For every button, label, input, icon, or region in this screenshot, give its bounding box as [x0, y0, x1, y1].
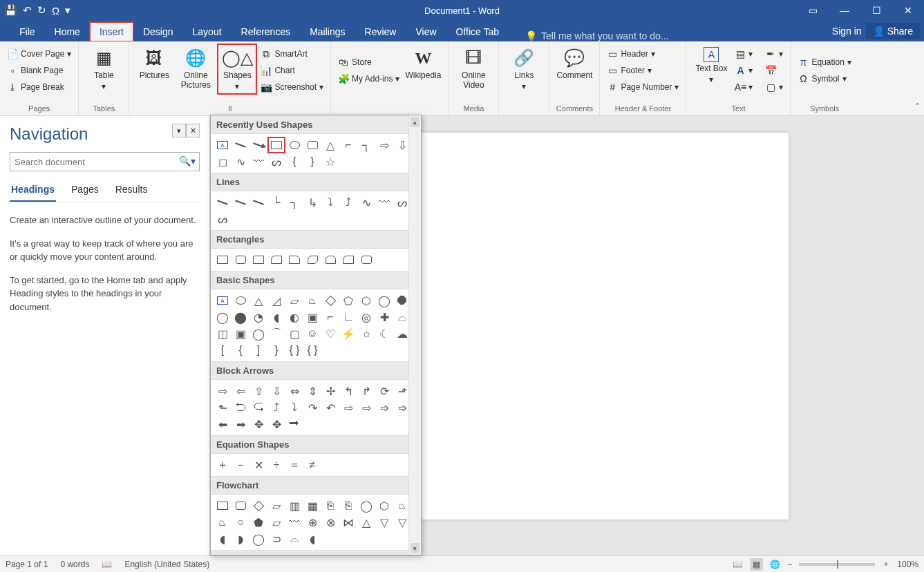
shape-free[interactable]: ᔕ	[214, 211, 231, 227]
nav-dropdown-button[interactable]: ▾	[172, 124, 186, 137]
shape-prep[interactable]: ⬡	[376, 498, 393, 513]
view-print-layout-button[interactable]: ▦	[750, 558, 763, 571]
shape-l[interactable]: ⌐	[340, 137, 357, 153]
tab-review[interactable]: Review	[355, 22, 406, 41]
tab-home[interactable]: Home	[45, 22, 90, 41]
zoom-level[interactable]: 100%	[897, 560, 918, 569]
shape-arrow[interactable]: ⇦	[232, 383, 249, 399]
shape-tape[interactable]: 〰	[286, 515, 303, 530]
shape-arrow[interactable]: ⮕	[286, 417, 303, 432]
shape-donut[interactable]: ◎	[358, 309, 375, 325]
shape-octagon[interactable]: ⯃	[394, 293, 411, 308]
signature-line-button[interactable]: ✒▾	[764, 47, 784, 61]
shape-parallelogram[interactable]: ▱	[286, 293, 303, 308]
shape-rt-triangle[interactable]: ◿	[268, 293, 285, 308]
share-button[interactable]: 👤 Share	[866, 23, 920, 39]
shape-scribble[interactable]: ᔕ	[268, 154, 285, 169]
subtab-headings[interactable]: Headings	[10, 180, 56, 202]
shape-minus[interactable]: －	[232, 457, 249, 473]
shape-arrow[interactable]: ⟳	[376, 383, 393, 399]
shape-elbow[interactable]: ┐	[358, 137, 375, 153]
tab-layout[interactable]: Layout	[183, 22, 232, 41]
shape-arrow[interactable]: ⇨	[358, 400, 375, 415]
restore-button[interactable]: ☐	[860, 0, 892, 21]
tab-insert[interactable]: Insert	[90, 22, 133, 41]
status-page[interactable]: Page 1 of 1	[6, 560, 48, 569]
shape-arrow[interactable]: ↷	[304, 400, 321, 415]
shape-multidoc[interactable]: ⎘	[340, 498, 357, 513]
scroll-up-button[interactable]: ▴	[411, 117, 419, 127]
shape-elbow[interactable]: ┐	[286, 195, 303, 210]
shape-rounded-rect[interactable]	[304, 137, 321, 153]
nav-close-button[interactable]: ✕	[186, 124, 200, 137]
shape-rect[interactable]	[304, 252, 321, 267]
shape-triangle[interactable]: △	[322, 137, 339, 153]
shape-arrow[interactable]: ⮌	[232, 400, 249, 415]
tab-design[interactable]: Design	[133, 22, 183, 41]
shape-arrow[interactable]: ↶	[322, 400, 339, 415]
shape-arrow[interactable]: ↱	[358, 383, 375, 399]
view-read-mode-button[interactable]: 📖	[733, 560, 743, 569]
shape-heptagon[interactable]: ◯	[376, 293, 393, 308]
shape-arc[interactable]: ⌒	[268, 326, 285, 341]
shape-or[interactable]: ⊗	[322, 515, 339, 530]
shape-bevel[interactable]: ▣	[232, 326, 249, 341]
shape-dodecagon[interactable]: ⬤	[232, 309, 249, 325]
shape-display[interactable]: ◖	[304, 531, 321, 546]
shape-bracket-r[interactable]: ]	[250, 343, 267, 358]
shape-arrow[interactable]: ⮎	[250, 400, 267, 415]
table-button[interactable]: ▦Table▾	[84, 44, 123, 94]
zoom-slider[interactable]	[799, 563, 875, 566]
scroll-down-button[interactable]: ▾	[411, 543, 419, 553]
shape-predef[interactable]: ▥	[286, 498, 303, 513]
zoom-in-button[interactable]: ＋	[882, 558, 890, 570]
shape-diamond[interactable]	[322, 293, 339, 308]
tab-mailings[interactable]: Mailings	[300, 22, 355, 41]
links-button[interactable]: 🔗Links▾	[505, 44, 543, 94]
shape-sum[interactable]: ⊕	[304, 515, 321, 530]
subtab-results[interactable]: Results	[114, 180, 149, 202]
shape-arrow[interactable]: ➩	[376, 400, 393, 415]
shape-arrow[interactable]: ⇨	[214, 383, 231, 399]
comment-button[interactable]: 💬Comment	[555, 44, 594, 83]
shape-rect[interactable]	[214, 252, 231, 267]
shape-ellipse[interactable]	[232, 293, 249, 308]
shape-arrow[interactable]: ⬑	[214, 400, 231, 415]
shape-chord[interactable]: ◖	[268, 309, 285, 325]
shape-can[interactable]: ⌓	[394, 309, 411, 325]
pictures-button[interactable]: 🖼Pictures	[135, 44, 173, 83]
shape-collate[interactable]: ⋈	[340, 515, 357, 530]
close-button[interactable]: ✕	[892, 0, 924, 21]
shape-ellipse[interactable]	[286, 137, 303, 153]
shape-cloud[interactable]: ☁	[394, 326, 411, 341]
shape-brace-l[interactable]: {	[286, 154, 303, 169]
shape-rectangle[interactable]	[268, 137, 285, 153]
redo-icon[interactable]: ↻	[37, 4, 46, 17]
equation-button[interactable]: πEquation ▾	[796, 55, 852, 69]
shape-frame[interactable]: ▢	[286, 326, 303, 341]
tab-references[interactable]: References	[232, 22, 301, 41]
shape-line[interactable]	[232, 137, 249, 153]
shape-curve[interactable]: ⤵	[322, 195, 339, 210]
shape-brace-r[interactable]: }	[268, 343, 285, 358]
smartart-button[interactable]: ⧉SmartArt	[259, 47, 325, 61]
save-icon[interactable]: 💾	[4, 4, 17, 17]
page-number-button[interactable]: #Page Number ▾	[605, 80, 680, 94]
symbol-button[interactable]: ΩSymbol ▾	[796, 72, 852, 86]
shape-elbow[interactable]: ↳	[304, 195, 321, 210]
shape-equal[interactable]: ＝	[286, 457, 303, 473]
shape-mag[interactable]: ⊃	[268, 531, 285, 546]
shape-data[interactable]: ▱	[268, 498, 285, 513]
online-video-button[interactable]: 🎞Online Video	[454, 44, 493, 93]
shape-internal[interactable]: ▦	[304, 498, 321, 513]
shape-down-arrow[interactable]: ⇩	[394, 137, 411, 153]
wordart-button[interactable]: A▾	[733, 64, 761, 77]
shape-triangle[interactable]: △	[250, 293, 267, 308]
shape-arrow[interactable]: ↰	[340, 383, 357, 399]
text-box-button[interactable]: AText Box▾	[692, 44, 730, 87]
shape-terminator[interactable]: ◯	[358, 498, 375, 513]
shape-arrow[interactable]: ⇧	[250, 383, 267, 399]
shape-cube[interactable]: ◫	[214, 326, 231, 341]
shape-arrow[interactable]: ⇩	[268, 383, 285, 399]
shape-multiply[interactable]: ✕	[250, 457, 267, 473]
